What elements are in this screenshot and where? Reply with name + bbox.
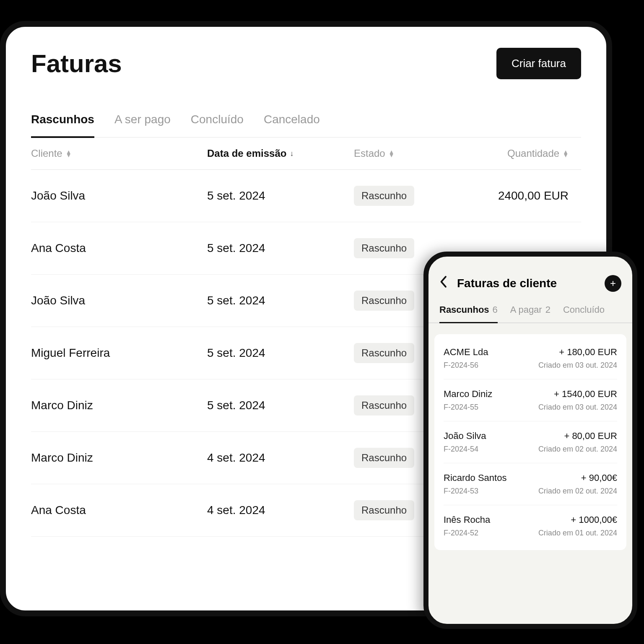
list-item-sub: F-2024-54Criado em 02 out. 2024 xyxy=(444,445,617,454)
invoice-ref: F-2024-56 xyxy=(444,361,478,370)
col-estado-label: Estado xyxy=(354,148,385,159)
amount: + 1540,00 EUR xyxy=(554,389,617,400)
cell-cliente: João Silva xyxy=(31,189,207,203)
list-item-main: ACME Lda+ 180,00 EUR xyxy=(444,347,617,358)
col-estado[interactable]: Estado ▲▼ xyxy=(354,148,480,159)
phone-title: Faturas de cliente xyxy=(457,277,605,290)
amount: + 80,00 EUR xyxy=(564,431,617,441)
invoice-ref: F-2024-54 xyxy=(444,445,478,454)
cell-data: 5 set. 2024 xyxy=(207,189,354,203)
col-quant[interactable]: Quantidade ▲▼ xyxy=(480,148,581,159)
list-item-sub: F-2024-56Criado em 03 out. 2024 xyxy=(444,361,617,370)
amount: + 180,00 EUR xyxy=(559,347,617,358)
cell-cliente: Marco Diniz xyxy=(31,451,207,465)
cell-cliente: Ana Costa xyxy=(31,242,207,255)
back-button[interactable] xyxy=(439,275,452,291)
tab-to-pay[interactable]: A ser pago xyxy=(114,113,171,138)
sort-icon: ▲▼ xyxy=(563,150,569,157)
client-name: João Silva xyxy=(444,431,486,441)
plus-icon: + xyxy=(610,278,616,289)
created-date: Criado em 03 out. 2024 xyxy=(538,361,617,370)
invoice-ref: F-2024-53 xyxy=(444,487,478,496)
status-badge: Rascunho xyxy=(354,500,414,520)
phone-tab-label: Rascunhos xyxy=(439,304,489,315)
list-item-main: João Silva+ 80,00 EUR xyxy=(444,431,617,441)
list-item-sub: F-2024-55Criado em 03 out. 2024 xyxy=(444,403,617,412)
page-title: Faturas xyxy=(31,49,122,78)
client-name: ACME Lda xyxy=(444,347,488,358)
sort-down-icon: ↓ xyxy=(290,149,293,158)
list-item[interactable]: Ricardo Santos+ 90,00€F-2024-53Criado em… xyxy=(444,463,617,505)
table-header: Cliente ▲▼ Data de emissão ↓ Estado ▲▼ Q… xyxy=(31,138,581,170)
add-button[interactable]: + xyxy=(605,275,621,292)
cell-data: 5 set. 2024 xyxy=(207,242,354,255)
list-item-sub: F-2024-53Criado em 02 out. 2024 xyxy=(444,487,617,496)
status-badge: Rascunho xyxy=(354,448,414,468)
cell-data: 5 set. 2024 xyxy=(207,346,354,360)
status-badge: Rascunho xyxy=(354,238,414,258)
sort-icon: ▲▼ xyxy=(389,150,395,157)
amount: + 1000,00€ xyxy=(571,514,617,525)
cell-data: 5 set. 2024 xyxy=(207,399,354,412)
phone-tabs: Rascunhos 6 A pagar 2 Concluído xyxy=(428,304,632,323)
client-name: Ricardo Santos xyxy=(444,473,506,483)
list-item[interactable]: Marco Diniz+ 1540,00 EURF-2024-55Criado … xyxy=(444,379,617,421)
tabs-bar: Rascunhos A ser pago Concluído Cancelado xyxy=(31,113,581,138)
create-invoice-button[interactable]: Criar fatura xyxy=(496,48,581,79)
list-item[interactable]: João Silva+ 80,00 EURF-2024-54Criado em … xyxy=(444,421,617,463)
col-cliente-label: Cliente xyxy=(31,148,62,159)
col-cliente[interactable]: Cliente ▲▼ xyxy=(31,148,207,159)
created-date: Criado em 02 out. 2024 xyxy=(538,487,617,496)
list-item[interactable]: ACME Lda+ 180,00 EURF-2024-56Criado em 0… xyxy=(444,338,617,379)
phone-tab-drafts[interactable]: Rascunhos 6 xyxy=(439,304,498,323)
cell-data: 4 set. 2024 xyxy=(207,451,354,465)
amount: + 90,00€ xyxy=(581,473,617,483)
list-item-main: Inês Rocha+ 1000,00€ xyxy=(444,514,617,525)
chevron-left-icon xyxy=(439,275,447,288)
sort-icon: ▲▼ xyxy=(66,150,72,157)
cell-quant: 2400,00 EUR xyxy=(480,189,581,203)
tab-cancelled[interactable]: Cancelado xyxy=(264,113,320,138)
client-name: Marco Diniz xyxy=(444,389,492,400)
cell-cliente: João Silva xyxy=(31,294,207,307)
col-data[interactable]: Data de emissão ↓ xyxy=(207,148,354,159)
cell-data: 5 set. 2024 xyxy=(207,294,354,307)
phone-tab-count: 6 xyxy=(493,304,498,315)
created-date: Criado em 02 out. 2024 xyxy=(538,445,617,454)
col-data-label: Data de emissão xyxy=(207,148,286,159)
list-item-main: Marco Diniz+ 1540,00 EUR xyxy=(444,389,617,400)
phone-tab-count: 2 xyxy=(545,304,551,315)
cell-cliente: Miguel Ferreira xyxy=(31,346,207,360)
created-date: Criado em 03 out. 2024 xyxy=(538,403,617,412)
tablet-header: Faturas Criar fatura xyxy=(31,48,581,79)
created-date: Criado em 01 out. 2024 xyxy=(538,529,617,538)
status-badge: Rascunho xyxy=(354,291,414,311)
cell-cliente: Ana Costa xyxy=(31,504,207,517)
status-badge: Rascunho xyxy=(354,343,414,363)
list-item[interactable]: Inês Rocha+ 1000,00€F-2024-52Criado em 0… xyxy=(444,505,617,547)
tab-drafts[interactable]: Rascunhos xyxy=(31,113,94,138)
cell-data: 4 set. 2024 xyxy=(207,504,354,517)
tab-done[interactable]: Concluído xyxy=(191,113,244,138)
cell-cliente: Marco Diniz xyxy=(31,399,207,412)
phone-device: Faturas de cliente + Rascunhos 6 A pagar… xyxy=(423,252,637,629)
phone-tab-label: Concluído xyxy=(563,304,605,315)
invoice-ref: F-2024-55 xyxy=(444,403,478,412)
phone-header: Faturas de cliente + xyxy=(428,265,632,300)
cell-estado: Rascunho xyxy=(354,186,480,206)
list-item-sub: F-2024-52Criado em 01 out. 2024 xyxy=(444,529,617,538)
invoice-ref: F-2024-52 xyxy=(444,529,478,538)
status-badge: Rascunho xyxy=(354,395,414,415)
phone-list: ACME Lda+ 180,00 EURF-2024-56Criado em 0… xyxy=(434,334,626,550)
status-badge: Rascunho xyxy=(354,186,414,206)
list-item-main: Ricardo Santos+ 90,00€ xyxy=(444,473,617,483)
col-quant-label: Quantidade xyxy=(507,148,559,159)
phone-tab-done[interactable]: Concluído xyxy=(563,304,605,323)
phone-tab-label: A pagar xyxy=(510,304,542,315)
phone-tab-to-pay[interactable]: A pagar 2 xyxy=(510,304,551,323)
client-name: Inês Rocha xyxy=(444,514,490,525)
table-row[interactable]: João Silva5 set. 2024Rascunho2400,00 EUR xyxy=(31,170,581,222)
